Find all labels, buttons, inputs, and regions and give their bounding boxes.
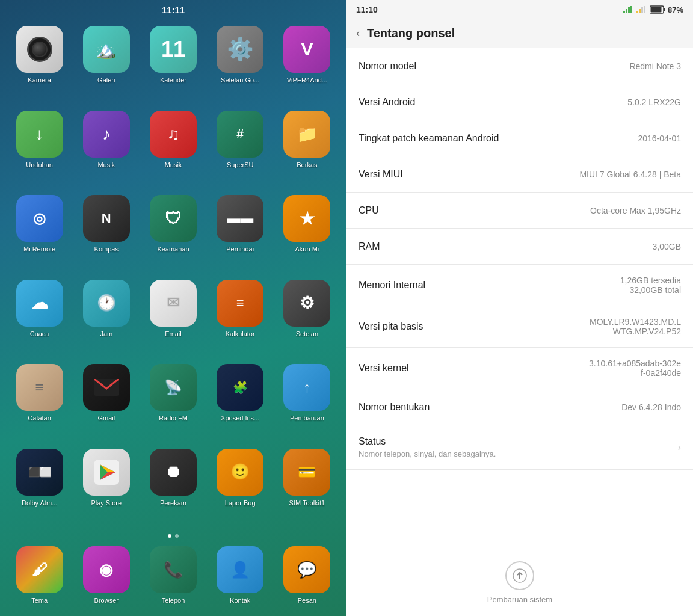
app-kompas[interactable]: N Kompas (76, 195, 136, 273)
app-xposed[interactable]: 🧩 Xposed Ins... (211, 364, 270, 442)
setting-versi-miui: Versi MIUI MIUI 7 Global 6.4.28 | Beta (346, 156, 693, 192)
status-bar-left: 11:11 (0, 0, 346, 20)
app-akunmi[interactable]: ★ Akun Mi (277, 195, 337, 273)
chevron-icon: › (678, 442, 681, 453)
app-pembaruan[interactable]: ↑ Pembaruan (277, 364, 337, 442)
signal-icon-2 (636, 6, 647, 13)
setelan-label: Setelan (296, 330, 318, 337)
musik2-label: Musik (165, 161, 182, 168)
app-email[interactable]: ✉ Email (143, 280, 203, 357)
app-kalkulator[interactable]: ≡ Kalkulator (211, 280, 270, 357)
dock-telepon[interactable]: 📞 Telepon (143, 546, 203, 604)
app-supersu[interactable]: # SuperSU (211, 111, 270, 188)
app-laporbug[interactable]: 🙂 Lapor Bug (211, 449, 270, 526)
pesan-icon: 💬 (283, 546, 330, 593)
supersu-label: SuperSU (227, 161, 254, 168)
app-setelan[interactable]: ⚙ Setelan (277, 280, 337, 357)
gmail-label: Gmail (97, 414, 115, 422)
setting-nomor-bentukan: Nomor bentukan Dev 6.4.28 Indo (346, 389, 693, 425)
svg-rect-12 (641, 7, 643, 13)
catatan-label: Catatan (28, 414, 51, 422)
dock-pesan[interactable]: 💬 Pesan (277, 546, 337, 604)
miremote-icon: ◎ (16, 195, 63, 242)
dock-browser[interactable]: ◉ Browser (76, 546, 136, 604)
app-cuaca[interactable]: ☁ Cuaca (10, 280, 69, 357)
app-playstore[interactable]: Play Store (76, 449, 136, 526)
app-keamanan[interactable]: 🛡 Keamanan (143, 195, 203, 273)
perekam-icon: ⏺ (150, 449, 197, 496)
setting-nomor-model: Nomor model Redmi Note 3 (346, 48, 693, 84)
dot-2 (175, 534, 179, 538)
app-jam[interactable]: 🕐 Jam (76, 280, 136, 357)
app-musik1[interactable]: ♪ Musik (76, 111, 136, 188)
back-button[interactable]: ‹ (356, 27, 360, 40)
app-unduhan[interactable]: ↓ Unduhan (10, 111, 69, 188)
settings-header: ‹ Tentang ponsel (346, 19, 693, 48)
app-kamera[interactable]: Kamera (10, 26, 69, 103)
kontak-label: Kontak (230, 597, 250, 604)
signal-icon (623, 6, 634, 13)
versi-android-label: Versi Android (359, 97, 415, 108)
versi-android-value: 5.0.2 LRX22G (627, 97, 681, 107)
nomor-bentukan-value: Dev 6.4.28 Indo (621, 402, 681, 412)
nomor-bentukan-label: Nomor bentukan (359, 402, 430, 413)
galeri-icon: 🏔️ (83, 26, 130, 73)
supersu-icon: # (217, 111, 263, 158)
nomor-model-value: Redmi Note 3 (629, 61, 681, 71)
xposed-label: Xposed Ins... (221, 414, 259, 422)
ram-label: RAM (359, 241, 380, 252)
catatan-icon: ≡ (16, 364, 63, 411)
versi-pita-basis-label: Versi pita basis (359, 321, 424, 332)
time-right: 11:10 (356, 5, 378, 14)
app-dolby[interactable]: ⬛⬜ Dolby Atm... (10, 449, 69, 526)
svg-rect-15 (664, 8, 665, 11)
versi-miui-value: MIUI 7 Global 6.4.28 | Beta (579, 170, 681, 179)
jam-label: Jam (100, 330, 112, 337)
app-catatan[interactable]: ≡ Catatan (10, 364, 69, 442)
musik1-label: Musik (97, 161, 115, 168)
unduhan-icon: ↓ (16, 111, 63, 158)
ram-value: 3,00GB (653, 242, 681, 251)
setelan-go-label: Setelan Go... (221, 76, 259, 84)
app-galeri[interactable]: 🏔️ Galeri (76, 26, 136, 103)
upload-icon (513, 568, 527, 583)
pemindai-icon: ▬▬ (217, 195, 263, 242)
system-update-button[interactable]: Pembaruan sistem (346, 549, 693, 616)
versi-pita-basis-value: MOLY.LR9.W1423.MD.L WTG.MP.V24.P52 (590, 317, 681, 336)
email-label: Email (165, 330, 182, 337)
patch-keamanan-value: 2016-04-01 (638, 134, 681, 143)
svg-rect-7 (626, 9, 627, 13)
app-musik2[interactable]: ♫ Musik (143, 111, 203, 188)
dock-kontak[interactable]: 👤 Kontak (211, 546, 270, 604)
dock-tema[interactable]: 🖌 Tema (10, 546, 69, 604)
status-item-left: Status Nomor telepon, sinyal, dan sebaga… (359, 436, 496, 458)
app-setelan-go[interactable]: ⚙️ Setelan Go... (211, 26, 270, 103)
setting-status[interactable]: Status Nomor telepon, sinyal, dan sebaga… (346, 425, 693, 470)
app-radiofm[interactable]: 📡 Radio FM (143, 364, 203, 442)
telepon-icon: 📞 (150, 546, 197, 593)
app-miremote[interactable]: ◎ Mi Remote (10, 195, 69, 273)
radiofm-label: Radio FM (159, 414, 188, 422)
telepon-label: Telepon (162, 597, 185, 604)
app-simtoolkit[interactable]: 💳 SIM Toolkit1 (277, 449, 337, 526)
setting-memori-internal: Memori Internal 1,26GB tersedia 32,00GB … (346, 265, 693, 306)
app-berkas[interactable]: 📁 Berkas (277, 111, 337, 188)
setting-versi-android: Versi Android 5.0.2 LRX22G (346, 84, 693, 120)
kalender-icon: 11 (150, 26, 197, 73)
browser-icon: ◉ (83, 546, 130, 593)
app-gmail[interactable]: Gmail (76, 364, 136, 442)
svg-rect-11 (639, 9, 641, 13)
app-viper[interactable]: V ViPER4And... (277, 26, 337, 103)
app-perekam[interactable]: ⏺ Perekam (143, 449, 203, 526)
versi-kernel-value: 3.10.61+a085adab-302e f-0a2f40de (589, 359, 681, 378)
akunmi-icon: ★ (283, 195, 330, 242)
keamanan-label: Keamanan (157, 245, 189, 253)
patch-keamanan-label: Tingkat patch keamanan Android (359, 133, 499, 144)
app-pemindai[interactable]: ▬▬ Pemindai (211, 195, 270, 273)
battery-icon (650, 5, 665, 14)
app-kalender[interactable]: 11 Kalender (143, 26, 203, 103)
setelan-icon: ⚙ (283, 280, 330, 327)
perekam-label: Perekam (160, 499, 186, 507)
app-dock: 🖌 Tema ◉ Browser 📞 Telepon 👤 Kontak 💬 Pe… (0, 540, 346, 616)
memori-internal-value: 1,26GB tersedia 32,00GB total (620, 276, 681, 295)
